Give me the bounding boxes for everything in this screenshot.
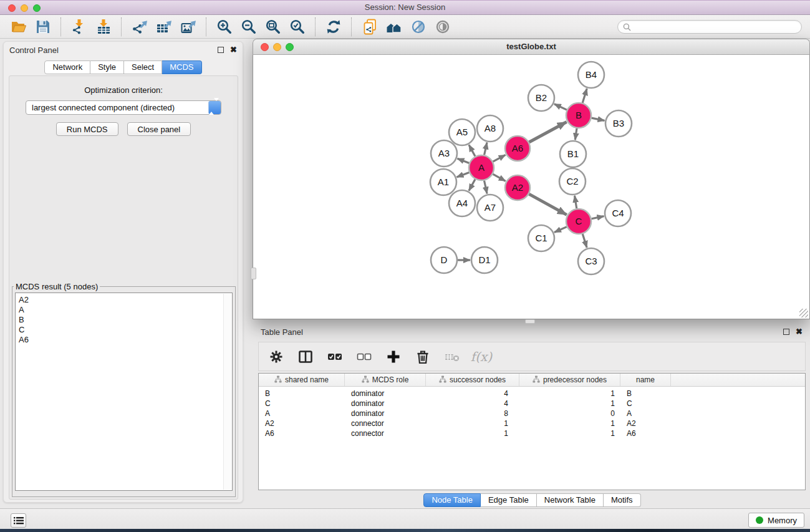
column-header-name[interactable]: name bbox=[620, 374, 671, 386]
search-input[interactable] bbox=[617, 20, 802, 34]
graph-node-A7[interactable]: A7 bbox=[477, 195, 503, 221]
graph-node-B[interactable]: B bbox=[566, 103, 591, 128]
network-graph[interactable]: B4B2BB3A5A8A6B1A3AA1C2A2A4A7C4CC1C3DD1 bbox=[253, 55, 809, 318]
graph-edge-C-C3[interactable] bbox=[582, 234, 587, 248]
network-minimize-traffic-light[interactable] bbox=[273, 43, 281, 51]
refresh-icon[interactable] bbox=[323, 17, 344, 36]
graph-edge-A-A5[interactable] bbox=[469, 145, 475, 156]
unselect-all-columns-icon[interactable] bbox=[355, 348, 373, 365]
memory-button[interactable]: Memory bbox=[748, 513, 804, 528]
network-close-traffic-light[interactable] bbox=[261, 43, 269, 51]
export-network-icon[interactable] bbox=[129, 17, 150, 36]
graph-edge-A-A7[interactable] bbox=[484, 181, 487, 194]
graph-edge-C-C2[interactable] bbox=[575, 196, 577, 209]
table-tab-motifs[interactable]: Motifs bbox=[604, 493, 641, 507]
column-header-successor-nodes[interactable]: successor nodes bbox=[426, 374, 519, 386]
graph-node-A4[interactable]: A4 bbox=[449, 190, 475, 216]
graph-edge-A-A6[interactable] bbox=[493, 155, 506, 162]
open-session-icon[interactable] bbox=[8, 17, 29, 36]
graph-node-C[interactable]: C bbox=[566, 209, 591, 234]
table-tab-node-table[interactable]: Node Table bbox=[423, 493, 481, 507]
import-table-icon[interactable] bbox=[93, 17, 113, 36]
new-network-from-selection-icon[interactable] bbox=[359, 17, 380, 36]
first-neighbors-icon[interactable] bbox=[383, 17, 404, 36]
graph-node-A3[interactable]: A3 bbox=[431, 140, 457, 167]
save-session-icon[interactable] bbox=[32, 17, 53, 36]
network-window-titlebar[interactable]: testGlobe.txt bbox=[253, 39, 810, 55]
graph-edge-B-B3[interactable] bbox=[592, 118, 605, 120]
float-panel-icon[interactable] bbox=[218, 47, 224, 53]
network-canvas[interactable]: B4B2BB3A5A8A6B1A3AA1C2A2A4A7C4CC1C3DD1 bbox=[253, 55, 810, 319]
graph-edge-B-B4[interactable] bbox=[582, 89, 587, 103]
graph-node-C1[interactable]: C1 bbox=[528, 225, 554, 251]
graph-node-A2[interactable]: A2 bbox=[505, 175, 530, 200]
window-resize-grip[interactable] bbox=[799, 309, 808, 317]
show-columns-icon[interactable] bbox=[297, 348, 314, 365]
graph-edge-B-B1[interactable] bbox=[575, 128, 577, 140]
mcds-result-item[interactable]: A bbox=[19, 305, 222, 315]
column-header-predecessor-nodes[interactable]: predecessor nodes bbox=[519, 374, 620, 386]
table-row[interactable]: A6connector11A6 bbox=[259, 428, 805, 438]
graph-edge-A-A1[interactable] bbox=[457, 172, 470, 177]
mcds-result-item[interactable]: A6 bbox=[19, 335, 222, 345]
graph-edge-A-A4[interactable] bbox=[469, 179, 475, 190]
delete-column-icon[interactable] bbox=[414, 348, 432, 365]
task-history-button[interactable] bbox=[11, 513, 26, 528]
graph-node-A[interactable]: A bbox=[469, 155, 494, 180]
add-column-icon[interactable] bbox=[385, 348, 402, 365]
tab-select[interactable]: Select bbox=[124, 60, 162, 74]
tab-style[interactable]: Style bbox=[90, 60, 124, 74]
graph-edge-C-C1[interactable] bbox=[554, 227, 567, 233]
graph-edge-A-A2[interactable] bbox=[493, 174, 505, 181]
graph-edge-B-B2[interactable] bbox=[554, 104, 567, 110]
table-row[interactable]: A2connector11A2 bbox=[259, 418, 805, 428]
graph-edge-A-A3[interactable] bbox=[457, 158, 469, 163]
show-hide-graphics-details-icon[interactable] bbox=[408, 17, 428, 36]
column-header-shared-name[interactable]: shared name bbox=[259, 374, 345, 386]
table-tab-network-table[interactable]: Network Table bbox=[537, 493, 604, 507]
result-list-scrollbar[interactable] bbox=[223, 294, 231, 490]
zoom-out-icon[interactable] bbox=[238, 17, 259, 36]
graph-node-D1[interactable]: D1 bbox=[471, 247, 498, 273]
graph-node-D[interactable]: D bbox=[431, 247, 457, 273]
select-all-columns-icon[interactable] bbox=[326, 348, 344, 365]
table-float-panel-icon[interactable] bbox=[783, 329, 789, 335]
run-mcds-button[interactable]: Run MCDS bbox=[56, 122, 118, 136]
table-settings-icon[interactable] bbox=[268, 348, 285, 365]
graph-node-A1[interactable]: A1 bbox=[430, 169, 456, 195]
export-table-icon[interactable] bbox=[153, 17, 174, 36]
graph-node-B1[interactable]: B1 bbox=[560, 141, 586, 167]
graph-edge-A2-C[interactable] bbox=[529, 194, 566, 215]
vertical-splitter-handle[interactable] bbox=[251, 268, 256, 279]
graph-node-B2[interactable]: B2 bbox=[528, 85, 554, 111]
table-close-panel-icon[interactable]: ✖ bbox=[796, 328, 803, 335]
birdseye-view-icon[interactable] bbox=[432, 17, 453, 36]
graph-node-C4[interactable]: C4 bbox=[605, 200, 631, 226]
graph-edge-A6-B[interactable] bbox=[529, 122, 566, 142]
table-row[interactable]: Bdominator41B bbox=[259, 389, 805, 399]
graph-node-B3[interactable]: B3 bbox=[605, 110, 632, 137]
mcds-result-item[interactable]: B bbox=[19, 315, 222, 325]
table-row[interactable]: Adominator80A bbox=[259, 409, 805, 418]
tab-network[interactable]: Network bbox=[44, 60, 90, 74]
tab-mcds[interactable]: MCDS bbox=[162, 60, 201, 74]
mcds-result-item[interactable]: A2 bbox=[19, 295, 222, 305]
graph-edge-A-A8[interactable] bbox=[485, 142, 487, 155]
graph-node-A6[interactable]: A6 bbox=[505, 136, 530, 161]
import-network-icon[interactable] bbox=[69, 17, 89, 36]
mcds-result-item[interactable]: C bbox=[19, 325, 222, 335]
column-header-MCDS-role[interactable]: MCDS role bbox=[345, 374, 426, 386]
zoom-fit-icon[interactable] bbox=[263, 17, 283, 36]
close-panel-button[interactable]: Close panel bbox=[127, 122, 191, 136]
graph-node-C3[interactable]: C3 bbox=[578, 248, 604, 274]
graph-node-B4[interactable]: B4 bbox=[578, 62, 604, 88]
network-maximize-traffic-light[interactable] bbox=[286, 43, 294, 51]
close-panel-icon[interactable]: ✖ bbox=[230, 46, 237, 53]
table-tab-edge-table[interactable]: Edge Table bbox=[481, 493, 537, 507]
optimization-criterion-select[interactable]: largest connected component (directed) bbox=[26, 100, 221, 115]
graph-node-A5[interactable]: A5 bbox=[449, 119, 475, 145]
zoom-in-icon[interactable] bbox=[214, 17, 234, 36]
export-image-icon[interactable] bbox=[178, 17, 198, 36]
graph-node-C2[interactable]: C2 bbox=[559, 168, 586, 195]
graph-edge-C-C4[interactable] bbox=[592, 216, 604, 219]
